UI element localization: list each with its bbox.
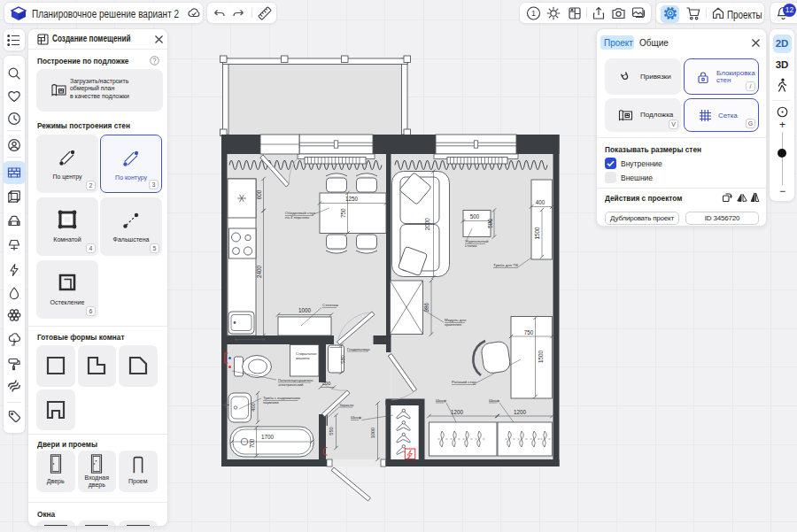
svg-text:1500: 1500	[534, 227, 540, 240]
svg-text:2000: 2000	[424, 218, 430, 231]
svg-text:986: 986	[423, 303, 429, 312]
svg-text:Стеллаж: Стеллаж	[322, 303, 338, 307]
svg-text:500: 500	[487, 219, 493, 228]
svg-text:400: 400	[536, 199, 546, 205]
svg-text:1200: 1200	[514, 409, 527, 415]
svg-text:500: 500	[470, 213, 480, 220]
svg-text:1250: 1250	[345, 196, 359, 202]
svg-text:Шкаф: Шкаф	[436, 398, 446, 403]
svg-text:400: 400	[251, 403, 256, 411]
svg-text:200: 200	[322, 381, 330, 386]
svg-text:1500: 1500	[538, 351, 544, 364]
svg-text:Зеркало: Зеркало	[339, 403, 354, 407]
svg-text:1700: 1700	[261, 434, 275, 440]
svg-text:1000: 1000	[298, 307, 312, 313]
svg-text:Шкаф: Шкаф	[489, 398, 499, 403]
svg-text:550: 550	[329, 427, 334, 435]
svg-text:700: 700	[249, 438, 255, 448]
svg-text:Гладильница: Гладильница	[347, 347, 370, 351]
svg-text:580: 580	[340, 355, 345, 363]
svg-text:1: 1	[531, 9, 536, 18]
svg-text:2400: 2400	[256, 266, 262, 279]
svg-text:600: 600	[256, 189, 262, 199]
svg-text:Рабочий стол: Рабочий стол	[452, 380, 476, 384]
svg-text:1000: 1000	[370, 428, 375, 438]
svg-text:750: 750	[340, 208, 346, 218]
svg-text:Тумба для ТВ: Тумба для ТВ	[493, 263, 518, 267]
svg-text:1200: 1200	[451, 409, 464, 415]
svg-text:Шкаф: Шкаф	[351, 415, 361, 420]
svg-text:750: 750	[524, 329, 534, 335]
